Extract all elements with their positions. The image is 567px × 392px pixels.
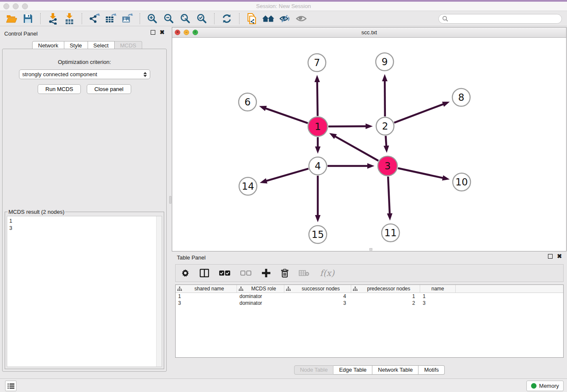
edge-3-to-10[interactable] <box>398 168 443 178</box>
graph-node-15[interactable]: 15 <box>309 226 327 243</box>
run-mcds-button[interactable]: Run MCDS <box>38 84 81 94</box>
zoom-fit-icon[interactable] <box>179 13 192 25</box>
column-header-shared-name[interactable]: shared name <box>176 285 237 293</box>
graph-node-2[interactable]: 2 <box>376 117 394 135</box>
cell-shared-name[interactable]: 3 <box>176 300 237 306</box>
edge-4-to-14[interactable] <box>266 168 308 181</box>
search-input[interactable] <box>450 16 558 22</box>
zoom-in-icon[interactable] <box>146 13 159 25</box>
table-tab-network-table[interactable]: Network Table <box>372 365 418 375</box>
float-panel-icon[interactable] <box>151 30 155 35</box>
graph-node-8[interactable]: 8 <box>452 88 470 106</box>
network-view-window: ✕ − + scc.txt 7968124314101511 <box>172 27 567 251</box>
table-tab-motifs[interactable]: Motifs <box>418 365 445 375</box>
table-toolbar: f(x) <box>175 264 564 282</box>
edge-arrowhead <box>442 102 450 107</box>
list-icon <box>8 383 14 389</box>
shared-column-icon <box>239 287 243 291</box>
cell-successor-nodes[interactable]: 4 <box>284 293 351 300</box>
close-panel-icon[interactable]: ✖ <box>160 30 165 35</box>
show-eye-icon[interactable] <box>295 13 308 25</box>
table-tab-node-table[interactable]: Node Table <box>294 365 334 375</box>
optimization-criterion-select[interactable]: strongly connected component <box>19 69 150 79</box>
canvas-resize-grip[interactable] <box>369 248 372 251</box>
node-label: 11 <box>384 227 396 238</box>
graph-node-11[interactable]: 11 <box>382 224 399 242</box>
edge-1-to-7[interactable] <box>317 81 318 116</box>
open-session-icon[interactable] <box>5 13 18 25</box>
panel-divider[interactable] <box>169 26 172 378</box>
cell-mcds-role[interactable]: dominator <box>237 293 284 300</box>
function-builder-icon[interactable]: f(x) <box>320 268 334 279</box>
network-graph[interactable]: 7968124314101511 <box>172 38 566 251</box>
graph-node-3[interactable]: 3 <box>378 156 397 176</box>
search-field[interactable] <box>438 14 562 24</box>
node-label: 7 <box>314 57 320 68</box>
table-row[interactable]: 1dominator411 <box>176 293 563 300</box>
table-header-row: shared nameMCDS rolesuccessor nodesprede… <box>176 285 563 293</box>
cell-predecessor-nodes[interactable]: 1 <box>351 293 420 300</box>
graph-node-4[interactable]: 4 <box>309 157 327 175</box>
home-icon[interactable] <box>262 13 275 25</box>
mcds-result-box[interactable]: 1 3 <box>7 216 162 367</box>
edge-3-to-1[interactable] <box>335 136 378 161</box>
float-table-panel-icon[interactable] <box>548 254 553 259</box>
column-header-label: shared name <box>184 286 235 292</box>
import-network-icon[interactable] <box>47 13 59 25</box>
hide-eye-icon[interactable] <box>278 13 291 25</box>
column-header-successor-nodes[interactable]: successor nodes <box>284 285 351 293</box>
export-network-icon[interactable] <box>88 13 101 25</box>
refresh-layout-icon[interactable] <box>220 13 233 25</box>
node-table[interactable]: shared nameMCDS rolesuccessor nodesprede… <box>175 284 564 358</box>
cell-mcds-role[interactable]: dominator <box>237 300 284 306</box>
edge-1-to-2[interactable] <box>328 126 366 127</box>
close-table-panel-icon[interactable]: ✖ <box>557 254 562 259</box>
table-row[interactable]: 3dominator323 <box>176 300 563 306</box>
network-canvas[interactable]: 7968124314101511 <box>172 38 566 251</box>
result-scrollbar[interactable] <box>156 216 162 367</box>
close-panel-button[interactable]: Close panel <box>87 84 131 94</box>
zoom-out-icon[interactable] <box>162 13 175 25</box>
task-history-button[interactable] <box>5 381 17 391</box>
edge-2-to-8[interactable] <box>394 104 444 123</box>
column-header-label: name <box>422 286 454 292</box>
graph-node-14[interactable]: 14 <box>239 177 257 195</box>
network-window-titlebar[interactable]: ✕ − + scc.txt <box>172 28 566 38</box>
cell-name[interactable]: 3 <box>420 300 456 306</box>
toolbar-separator <box>40 13 41 24</box>
deselect-all-checks-icon[interactable] <box>240 268 251 279</box>
memory-button[interactable]: Memory <box>526 381 564 391</box>
delete-table-icon[interactable] <box>299 268 310 279</box>
column-header-name[interactable]: name <box>420 285 456 293</box>
column-visibility-icon[interactable] <box>200 268 209 279</box>
edge-2-to-3[interactable] <box>385 136 386 146</box>
import-table-icon[interactable] <box>63 13 76 25</box>
export-table-icon[interactable] <box>105 13 117 25</box>
graph-node-10[interactable]: 10 <box>453 173 471 191</box>
column-header-predecessor-nodes[interactable]: predecessor nodes <box>351 285 420 293</box>
edge-2-to-9[interactable] <box>385 80 385 116</box>
cell-predecessor-nodes[interactable]: 2 <box>351 300 420 306</box>
column-header-mcds-role[interactable]: MCDS role <box>237 285 284 293</box>
graph-node-1[interactable]: 1 <box>308 117 328 136</box>
zoom-selected-icon[interactable] <box>195 13 208 25</box>
graph-node-9[interactable]: 9 <box>376 53 394 71</box>
divider-grip[interactable] <box>169 196 171 204</box>
graph-node-6[interactable]: 6 <box>239 93 256 111</box>
edge-3-to-11[interactable] <box>388 177 390 214</box>
copy-network-icon[interactable] <box>245 13 258 25</box>
cell-shared-name[interactable]: 1 <box>176 293 237 300</box>
edge-1-to-6[interactable] <box>265 108 308 123</box>
table-settings-gear-icon[interactable] <box>181 268 190 279</box>
main-toolbar <box>0 11 567 26</box>
table-tab-edge-table[interactable]: Edge Table <box>333 365 372 375</box>
delete-rows-trash-icon[interactable] <box>281 268 289 279</box>
cell-successor-nodes[interactable]: 3 <box>284 300 351 306</box>
add-row-icon[interactable] <box>261 268 271 279</box>
save-session-icon[interactable] <box>22 13 34 25</box>
graph-node-7[interactable]: 7 <box>308 54 326 72</box>
export-image-icon[interactable] <box>121 13 134 25</box>
control-panel: Control Panel ✖ NetworkStyleSelectMCDS O… <box>0 26 169 378</box>
select-all-checks-icon[interactable] <box>219 268 230 279</box>
cell-name[interactable]: 1 <box>420 293 456 300</box>
